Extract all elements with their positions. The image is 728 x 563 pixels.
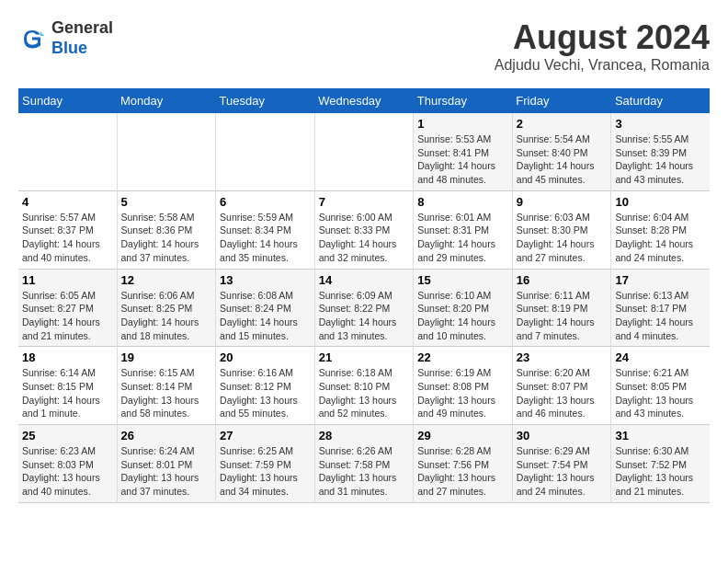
page-header: General Blue August 2024 Adjudu Vechi, V… <box>18 18 710 74</box>
day-number: 14 <box>319 273 410 287</box>
calendar-cell: 9Sunrise: 6:03 AM Sunset: 8:30 PM Daylig… <box>512 190 611 269</box>
logo-icon <box>18 25 46 52</box>
day-info: Sunrise: 6:09 AM Sunset: 8:22 PM Dayligh… <box>319 289 410 343</box>
calendar-cell: 29Sunrise: 6:28 AM Sunset: 7:56 PM Dayli… <box>414 425 513 503</box>
day-number: 8 <box>417 195 508 209</box>
day-info: Sunrise: 5:54 AM Sunset: 8:40 PM Dayligh… <box>517 132 608 187</box>
day-info: Sunrise: 6:28 AM Sunset: 7:56 PM Dayligh… <box>417 444 508 499</box>
day-number: 31 <box>615 429 706 442</box>
day-info: Sunrise: 6:24 AM Sunset: 8:01 PM Dayligh… <box>121 444 212 499</box>
calendar-cell: 31Sunrise: 6:30 AM Sunset: 7:52 PM Dayli… <box>611 425 710 503</box>
day-info: Sunrise: 6:30 AM Sunset: 7:52 PM Dayligh… <box>615 444 706 499</box>
calendar-week-3: 11Sunrise: 6:05 AM Sunset: 8:27 PM Dayli… <box>18 269 710 347</box>
calendar-cell: 25Sunrise: 6:23 AM Sunset: 8:03 PM Dayli… <box>18 425 117 503</box>
calendar-week-1: 1Sunrise: 5:53 AM Sunset: 8:41 PM Daylig… <box>18 113 710 190</box>
title-section: August 2024 Adjudu Vechi, Vrancea, Roman… <box>495 18 710 74</box>
day-info: Sunrise: 6:03 AM Sunset: 8:30 PM Dayligh… <box>517 211 608 265</box>
day-header-monday: Monday <box>117 88 216 113</box>
day-info: Sunrise: 6:20 AM Sunset: 8:07 PM Dayligh… <box>517 366 608 420</box>
day-number: 19 <box>121 350 212 364</box>
logo-text: General Blue <box>51 18 113 58</box>
day-header-thursday: Thursday <box>414 88 513 113</box>
calendar-cell: 24Sunrise: 6:21 AM Sunset: 8:05 PM Dayli… <box>611 347 710 425</box>
calendar-cell: 23Sunrise: 6:20 AM Sunset: 8:07 PM Dayli… <box>512 347 611 425</box>
day-number: 1 <box>417 117 508 131</box>
calendar-table: SundayMondayTuesdayWednesdayThursdayFrid… <box>18 88 710 503</box>
calendar-cell: 5Sunrise: 5:58 AM Sunset: 8:36 PM Daylig… <box>117 190 216 269</box>
day-number: 22 <box>417 350 508 364</box>
calendar-cell: 18Sunrise: 6:14 AM Sunset: 8:15 PM Dayli… <box>18 347 117 425</box>
calendar-cell <box>18 113 117 190</box>
day-info: Sunrise: 5:58 AM Sunset: 8:36 PM Dayligh… <box>121 211 212 265</box>
day-info: Sunrise: 6:18 AM Sunset: 8:10 PM Dayligh… <box>319 366 410 420</box>
calendar-cell: 4Sunrise: 5:57 AM Sunset: 8:37 PM Daylig… <box>18 190 117 269</box>
day-number: 6 <box>220 195 311 209</box>
day-info: Sunrise: 6:15 AM Sunset: 8:14 PM Dayligh… <box>121 366 212 420</box>
calendar-cell: 26Sunrise: 6:24 AM Sunset: 8:01 PM Dayli… <box>117 425 216 503</box>
day-info: Sunrise: 6:10 AM Sunset: 8:20 PM Dayligh… <box>417 289 508 343</box>
calendar-week-5: 25Sunrise: 6:23 AM Sunset: 8:03 PM Dayli… <box>18 425 710 503</box>
calendar-week-2: 4Sunrise: 5:57 AM Sunset: 8:37 PM Daylig… <box>18 190 710 269</box>
month-year-title: August 2024 <box>495 18 710 57</box>
day-number: 25 <box>22 429 113 442</box>
day-header-friday: Friday <box>512 88 611 113</box>
day-info: Sunrise: 5:59 AM Sunset: 8:34 PM Dayligh… <box>220 211 311 265</box>
day-info: Sunrise: 5:53 AM Sunset: 8:41 PM Dayligh… <box>417 132 508 187</box>
day-info: Sunrise: 5:57 AM Sunset: 8:37 PM Dayligh… <box>22 211 113 265</box>
calendar-cell: 22Sunrise: 6:19 AM Sunset: 8:08 PM Dayli… <box>414 347 513 425</box>
calendar-cell: 16Sunrise: 6:11 AM Sunset: 8:19 PM Dayli… <box>512 269 611 347</box>
calendar-cell: 27Sunrise: 6:25 AM Sunset: 7:59 PM Dayli… <box>216 425 315 503</box>
day-number: 2 <box>517 117 608 131</box>
day-number: 10 <box>615 195 706 209</box>
day-info: Sunrise: 6:13 AM Sunset: 8:17 PM Dayligh… <box>615 289 706 343</box>
calendar-cell: 8Sunrise: 6:01 AM Sunset: 8:31 PM Daylig… <box>414 190 513 269</box>
calendar-cell: 2Sunrise: 5:54 AM Sunset: 8:40 PM Daylig… <box>512 113 611 190</box>
day-info: Sunrise: 6:00 AM Sunset: 8:33 PM Dayligh… <box>319 211 410 265</box>
calendar-cell: 12Sunrise: 6:06 AM Sunset: 8:25 PM Dayli… <box>117 269 216 347</box>
day-number: 3 <box>615 117 706 131</box>
calendar-cell <box>117 113 216 190</box>
day-info: Sunrise: 6:19 AM Sunset: 8:08 PM Dayligh… <box>417 366 508 420</box>
day-info: Sunrise: 6:26 AM Sunset: 7:58 PM Dayligh… <box>319 444 410 499</box>
calendar-cell: 15Sunrise: 6:10 AM Sunset: 8:20 PM Dayli… <box>414 269 513 347</box>
calendar-header-row: SundayMondayTuesdayWednesdayThursdayFrid… <box>18 88 710 113</box>
day-info: Sunrise: 6:04 AM Sunset: 8:28 PM Dayligh… <box>615 211 706 265</box>
day-number: 12 <box>121 273 212 287</box>
day-info: Sunrise: 6:21 AM Sunset: 8:05 PM Dayligh… <box>615 366 706 420</box>
calendar-cell: 3Sunrise: 5:55 AM Sunset: 8:39 PM Daylig… <box>611 113 710 190</box>
day-number: 17 <box>615 273 706 287</box>
day-number: 27 <box>220 429 311 442</box>
day-info: Sunrise: 6:29 AM Sunset: 7:54 PM Dayligh… <box>517 444 608 499</box>
day-number: 23 <box>517 350 608 364</box>
day-header-wednesday: Wednesday <box>314 88 414 113</box>
day-info: Sunrise: 6:01 AM Sunset: 8:31 PM Dayligh… <box>417 211 508 265</box>
calendar-cell <box>314 113 414 190</box>
day-info: Sunrise: 6:11 AM Sunset: 8:19 PM Dayligh… <box>517 289 608 343</box>
calendar-cell: 20Sunrise: 6:16 AM Sunset: 8:12 PM Dayli… <box>216 347 315 425</box>
calendar-cell: 6Sunrise: 5:59 AM Sunset: 8:34 PM Daylig… <box>216 190 315 269</box>
day-number: 29 <box>417 429 508 442</box>
calendar-cell: 30Sunrise: 6:29 AM Sunset: 7:54 PM Dayli… <box>512 425 611 503</box>
day-info: Sunrise: 6:05 AM Sunset: 8:27 PM Dayligh… <box>22 289 113 343</box>
day-number: 21 <box>319 350 410 364</box>
calendar-cell: 19Sunrise: 6:15 AM Sunset: 8:14 PM Dayli… <box>117 347 216 425</box>
calendar-cell: 1Sunrise: 5:53 AM Sunset: 8:41 PM Daylig… <box>414 113 513 190</box>
calendar-cell: 17Sunrise: 6:13 AM Sunset: 8:17 PM Dayli… <box>611 269 710 347</box>
day-number: 7 <box>319 195 410 209</box>
day-info: Sunrise: 6:23 AM Sunset: 8:03 PM Dayligh… <box>22 444 113 499</box>
day-header-tuesday: Tuesday <box>216 88 315 113</box>
calendar-cell <box>216 113 315 190</box>
day-info: Sunrise: 5:55 AM Sunset: 8:39 PM Dayligh… <box>615 132 706 187</box>
day-header-saturday: Saturday <box>611 88 710 113</box>
day-number: 5 <box>121 195 212 209</box>
calendar-week-4: 18Sunrise: 6:14 AM Sunset: 8:15 PM Dayli… <box>18 347 710 425</box>
day-number: 30 <box>517 429 608 442</box>
day-number: 15 <box>417 273 508 287</box>
day-number: 28 <box>319 429 410 442</box>
day-number: 18 <box>22 350 113 364</box>
location-subtitle: Adjudu Vechi, Vrancea, Romania <box>495 57 710 74</box>
calendar-cell: 21Sunrise: 6:18 AM Sunset: 8:10 PM Dayli… <box>314 347 414 425</box>
day-header-sunday: Sunday <box>18 88 117 113</box>
calendar-cell: 10Sunrise: 6:04 AM Sunset: 8:28 PM Dayli… <box>611 190 710 269</box>
logo: General Blue <box>18 18 113 58</box>
